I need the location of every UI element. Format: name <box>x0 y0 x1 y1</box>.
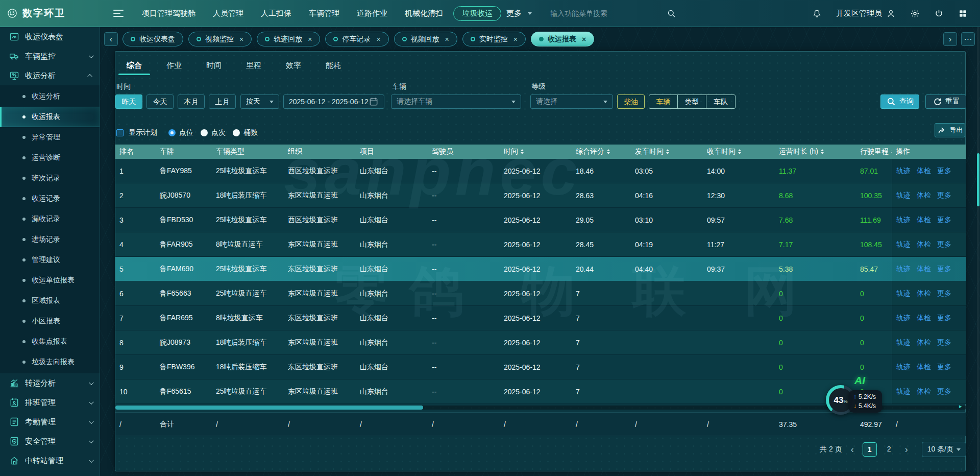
table-row[interactable]: 7鲁FAR6958吨垃圾直运车东区垃圾直运班山东烟台--2025-06-1270… <box>115 306 966 330</box>
row-action-link[interactable]: 轨迹 <box>896 191 911 200</box>
next-page-button[interactable]: › <box>903 444 910 455</box>
row-action-link[interactable]: 轨迹 <box>896 338 911 347</box>
row-action-link[interactable]: 更多 <box>937 216 951 225</box>
topnav-item[interactable]: 人员管理 <box>206 6 251 21</box>
row-action-link[interactable]: 体检 <box>917 363 931 372</box>
row-action-link[interactable]: 体检 <box>917 265 931 274</box>
sidebar-item[interactable]: 中转站管理 <box>0 451 100 470</box>
sidebar-item[interactable]: 转运分析 <box>0 373 100 393</box>
prev-page-button[interactable]: ‹ <box>849 444 855 455</box>
row-action-link[interactable]: 更多 <box>937 289 951 298</box>
show-plan-checkbox[interactable] <box>116 129 124 136</box>
close-icon[interactable]: × <box>513 35 518 43</box>
sidebar-subitem[interactable]: 班次记录 <box>0 168 100 188</box>
table-row[interactable]: 9鲁FBW39618吨后装压缩车东区垃圾直运班山东烟台--2025-06-127… <box>115 355 966 379</box>
table-row[interactable]: 8皖J0897318吨后装压缩车东区垃圾直运班山东烟台--2025-06-127… <box>115 330 966 355</box>
scroll-right-arrow-icon[interactable]: ▸ <box>959 403 962 410</box>
report-subtab[interactable]: 作业 <box>166 61 182 70</box>
open-tab[interactable]: 视频回放× <box>394 32 457 46</box>
segment-button[interactable]: 类型 <box>678 95 706 108</box>
close-icon[interactable]: × <box>308 35 312 43</box>
table-header-cell[interactable]: 运营时长 (h) <box>775 147 856 156</box>
sidebar-item[interactable]: 考勤管理 <box>0 412 100 432</box>
radio-icon[interactable] <box>201 129 208 136</box>
sidebar-item[interactable]: 安全管理 <box>0 432 100 451</box>
sort-icon[interactable] <box>821 149 824 154</box>
user-menu[interactable]: 开发区管理员 <box>836 9 896 18</box>
row-action-link[interactable]: 体检 <box>917 289 931 298</box>
table-row[interactable]: 2皖J0857018吨后装压缩车东区垃圾直运班山东烟台--2025-06-122… <box>115 183 966 208</box>
tabs-scroll-left-button[interactable]: ‹ <box>104 32 118 46</box>
sidebar-subitem[interactable]: 漏收记录 <box>0 209 100 229</box>
row-action-link[interactable]: 体检 <box>917 314 931 323</box>
open-tab-active[interactable]: 收运报表× <box>531 32 594 46</box>
export-button[interactable]: 导出 <box>935 123 965 137</box>
table-header-cell[interactable]: 时间 <box>500 147 572 156</box>
tabs-scroll-right-button[interactable]: › <box>943 32 957 46</box>
row-action-link[interactable]: 轨迹 <box>896 166 911 176</box>
row-action-link[interactable]: 更多 <box>937 338 951 347</box>
radio-option[interactable]: 点位 <box>168 128 193 137</box>
radio-option[interactable]: 桶数 <box>233 128 258 137</box>
close-icon[interactable]: × <box>582 35 586 43</box>
topnav-item[interactable]: 车辆管理 <box>302 6 347 21</box>
sidebar-item[interactable]: 收运仪表盘 <box>0 27 100 46</box>
fuel-diesel-button[interactable]: 柴油 <box>617 94 645 109</box>
power-logout-icon[interactable] <box>934 9 944 18</box>
horizontal-scrollbar-thumb[interactable] <box>115 406 423 410</box>
date-range-input[interactable]: 2025-06-12 - 2025-06-12 <box>283 94 384 109</box>
topnav-item-active[interactable]: 垃圾收运 <box>453 6 501 21</box>
row-action-link[interactable]: 更多 <box>937 265 951 274</box>
segment-button-active[interactable]: 车辆 <box>649 95 678 108</box>
sidebar-item[interactable]: 排班管理 <box>0 393 100 412</box>
report-subtab[interactable]: 效率 <box>286 61 301 70</box>
open-tab[interactable]: 停车记录× <box>325 32 388 46</box>
quick-range-button[interactable]: 上月 <box>209 94 236 109</box>
row-action-link[interactable]: 轨迹 <box>896 363 911 372</box>
radio-option[interactable]: 点次 <box>201 128 226 137</box>
row-action-link[interactable]: 轨迹 <box>896 240 911 249</box>
apps-grid-icon[interactable] <box>958 9 968 18</box>
sidebar-subitem[interactable]: 小区报表 <box>0 311 100 331</box>
report-subtab[interactable]: 时间 <box>206 61 222 70</box>
table-header-cell[interactable]: 行驶里程 <box>856 147 892 156</box>
search-icon[interactable] <box>667 9 676 18</box>
sort-icon[interactable] <box>738 149 741 154</box>
settings-gear-icon[interactable] <box>910 9 920 18</box>
sidebar-subitem[interactable]: 管理建议 <box>0 250 100 270</box>
sort-icon[interactable] <box>666 149 669 154</box>
row-action-link[interactable]: 体检 <box>917 338 931 347</box>
radio-icon[interactable] <box>233 129 240 136</box>
segment-button[interactable]: 车队 <box>706 95 735 108</box>
close-icon[interactable]: × <box>445 35 449 43</box>
quick-range-button[interactable]: 今天 <box>146 94 174 109</box>
row-action-link[interactable]: 体检 <box>917 387 931 396</box>
quick-range-button[interactable]: 本月 <box>178 94 205 109</box>
sidebar-subitem[interactable]: 运营诊断 <box>0 148 100 168</box>
topnav-item[interactable]: 人工扫保 <box>254 6 299 21</box>
sidebar-subitem[interactable]: 进场记录 <box>0 229 100 250</box>
search-input[interactable] <box>550 9 667 17</box>
vertical-scrollbar[interactable] <box>977 27 979 476</box>
level-select[interactable]: 请选择 <box>530 94 613 109</box>
sidebar-subitem[interactable]: 垃圾去向报表 <box>0 352 100 372</box>
sort-icon[interactable] <box>607 149 610 154</box>
row-action-link[interactable]: 更多 <box>937 166 951 176</box>
table-header-cell[interactable]: 收车时间 <box>703 147 775 156</box>
sidebar-subitem[interactable]: 收运单位报表 <box>0 270 100 291</box>
sidebar-subitem[interactable]: 区域报表 <box>0 291 100 311</box>
row-action-link[interactable]: 更多 <box>937 191 951 200</box>
page-size-select[interactable]: 10 条/页 <box>922 442 966 457</box>
table-header-cell[interactable]: 发车时间 <box>631 147 703 156</box>
row-action-link[interactable]: 更多 <box>937 240 951 249</box>
menu-toggle-icon[interactable] <box>113 8 124 19</box>
row-action-link[interactable]: 更多 <box>937 363 951 372</box>
sidebar-subitem[interactable]: 异常管理 <box>0 127 100 148</box>
topnav-item[interactable]: 项目管理驾驶舱 <box>135 6 203 21</box>
tabs-more-button[interactable]: ··· <box>961 32 975 46</box>
row-action-link[interactable]: 轨迹 <box>896 289 911 298</box>
nav-more-button[interactable]: 更多 <box>501 6 537 21</box>
sidebar-subitem-active[interactable]: 收运报表 <box>0 107 100 127</box>
row-action-link[interactable]: 体检 <box>917 240 931 249</box>
page-number-current[interactable]: 1 <box>863 442 877 457</box>
